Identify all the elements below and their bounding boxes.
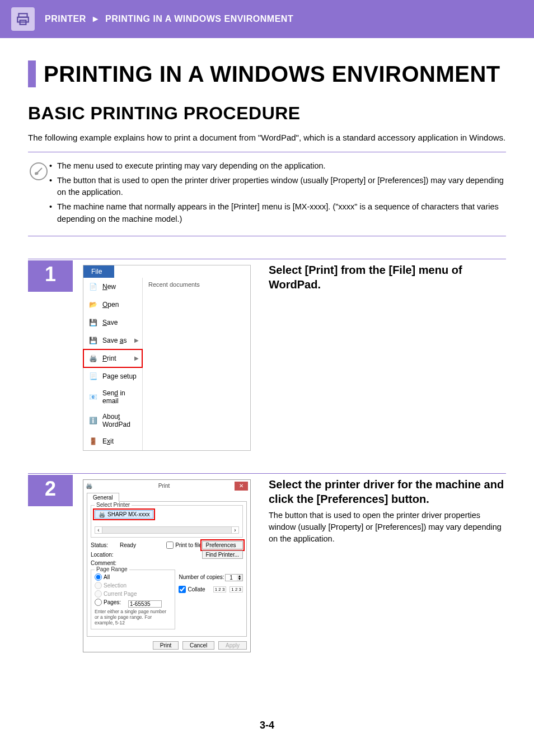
wordpad-file-menu: File 📄New 📂Open 💾Save 💾Save as▶ 🖨️Print▶…: [83, 265, 251, 451]
radio-current-page[interactable]: Current Page: [95, 590, 137, 598]
menu-item-print[interactable]: 🖨️Print▶: [83, 349, 142, 367]
dialog-icon: 🖨️: [86, 483, 93, 489]
step-number: 2: [28, 475, 73, 506]
scroll-left-button[interactable]: ‹: [95, 526, 102, 534]
breadcrumb-sep-icon: ►: [89, 14, 102, 24]
breadcrumb-page[interactable]: PRINTING IN A WINDOWS ENVIRONMENT: [105, 14, 293, 24]
recent-documents-label: Recent documents: [143, 278, 250, 450]
divider: [28, 236, 506, 236]
menu-item-save-as[interactable]: 💾Save as▶: [83, 332, 142, 349]
step-number: 1: [28, 260, 73, 292]
printer-name: SHARP MX-xxxx: [107, 511, 149, 517]
info-icon: ℹ️: [88, 416, 98, 426]
page-setup-icon: 📃: [88, 371, 98, 381]
print-icon: 🖨️: [88, 353, 98, 363]
printer-icon: 🖨️: [99, 511, 105, 517]
menu-item-exit[interactable]: 🚪Exit: [83, 432, 142, 450]
page-title-row: PRINTING IN A WINDOWS ENVIRONMENT: [28, 60, 506, 87]
chevron-right-icon: ▶: [134, 337, 139, 343]
note-block: The menu used to execute printing may va…: [28, 157, 506, 231]
apply-button[interactable]: Apply: [218, 641, 247, 650]
pages-hint: Enter either a single page number or a s…: [95, 609, 171, 626]
radio-pages[interactable]: Pages:: [95, 599, 121, 606]
fieldset-label: Page Range: [95, 566, 129, 572]
breadcrumb-section[interactable]: PRINTER: [45, 14, 86, 24]
scrollbar-track[interactable]: [102, 526, 231, 534]
save-icon: 💾: [88, 318, 98, 328]
close-button[interactable]: ✕: [235, 482, 248, 491]
title-accent-bar: [28, 60, 36, 87]
location-label: Location:: [91, 552, 120, 558]
note-icon: [28, 160, 49, 180]
note-item: The button that is used to open the prin…: [49, 175, 506, 199]
menu-item-about[interactable]: ℹ️About WordPad: [83, 409, 142, 432]
menu-item-send-email[interactable]: 📧Send in email: [83, 385, 142, 409]
note-item: The machine name that normally appears i…: [49, 201, 506, 226]
tab-general[interactable]: General: [87, 493, 119, 502]
fieldset-page-range: Page Range All Selection Current Page Pa…: [91, 570, 175, 629]
fieldset-select-printer: Select Printer 🖨️ SHARP MX-xxxx ‹ ›: [91, 505, 243, 538]
radio-selection[interactable]: Selection: [95, 582, 127, 589]
cancel-button[interactable]: Cancel: [182, 641, 214, 650]
pages-input[interactable]: 1-65535: [128, 600, 162, 608]
save-as-icon: 💾: [88, 335, 98, 346]
print-button[interactable]: Print: [153, 641, 179, 650]
status-label: Status:: [91, 542, 120, 548]
num-copies-spinner[interactable]: 1▲▼: [225, 574, 243, 581]
printer-list-item[interactable]: 🖨️ SHARP MX-xxxx: [95, 510, 153, 519]
exit-icon: 🚪: [88, 436, 98, 446]
header-bar: PRINTER ► PRINTING IN A WINDOWS ENVIRONM…: [0, 0, 534, 38]
comment-label: Comment:: [91, 560, 120, 566]
dialog-title: Print: [93, 483, 235, 489]
menu-item-new[interactable]: 📄New: [83, 278, 142, 296]
menu-item-page-setup[interactable]: 📃Page setup: [83, 367, 142, 385]
email-icon: 📧: [88, 392, 98, 402]
status-value: Ready: [120, 542, 166, 548]
page-number: 3-4: [28, 720, 506, 731]
svg-rect-1: [17, 17, 29, 22]
open-icon: 📂: [88, 300, 98, 310]
radio-all[interactable]: All: [95, 573, 110, 581]
find-printer-button[interactable]: Find Printer...: [202, 550, 243, 559]
chevron-right-icon: ▶: [134, 355, 139, 361]
step-1: 1 File 📄New 📂Open 💾Save 💾Save as▶ 🖨️Prin…: [28, 259, 506, 451]
section-title: BASIC PRINTING PROCEDURE: [28, 103, 506, 124]
scroll-right-button[interactable]: ›: [231, 526, 239, 534]
menu-item-open[interactable]: 📂Open: [83, 296, 142, 314]
step-title: Select [Print] from the [File] menu of W…: [269, 263, 506, 292]
printer-icon: [11, 7, 35, 31]
preferences-button[interactable]: Preferences: [202, 541, 243, 549]
new-icon: 📄: [88, 282, 98, 292]
collate-checkbox[interactable]: Collate: [179, 586, 205, 593]
step-title: Select the printer driver for the machin…: [269, 477, 506, 506]
breadcrumb: PRINTER ► PRINTING IN A WINDOWS ENVIRONM…: [45, 14, 293, 24]
collate-preview-icon: 1 2 3: [229, 586, 243, 592]
intro-text: The following example explains how to pr…: [28, 132, 506, 144]
divider: [28, 152, 506, 152]
note-item: The menu used to execute printing may va…: [49, 160, 506, 172]
step-body: The button that is used to open the prin…: [269, 510, 506, 545]
step-2: 2 🖨️ Print ✕ General Select Printer: [28, 473, 506, 652]
collate-preview-icon: 1 2 3: [213, 586, 227, 592]
print-to-file-checkbox[interactable]: Print to file: [166, 542, 202, 549]
file-menu-button[interactable]: File: [83, 265, 114, 278]
fieldset-label: Select Printer: [95, 502, 132, 508]
print-dialog: 🖨️ Print ✕ General Select Printer 🖨️ SHA…: [83, 479, 251, 652]
menu-item-save[interactable]: 💾Save: [83, 314, 142, 332]
num-copies-label: Number of copies:: [179, 574, 224, 581]
page-title: PRINTING IN A WINDOWS ENVIRONMENT: [44, 62, 500, 87]
